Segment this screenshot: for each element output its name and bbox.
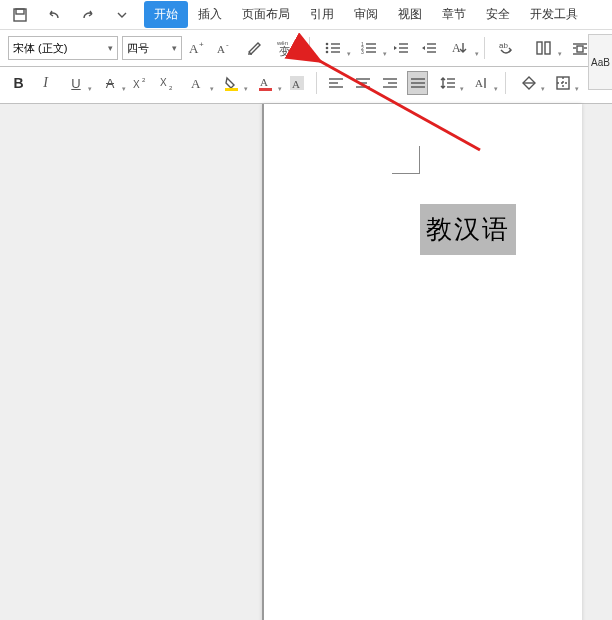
superscript-button[interactable]: X2 bbox=[130, 71, 151, 95]
menu-bar: 开始 插入 页面布局 引用 审阅 视图 章节 安全 开发工具 bbox=[0, 0, 612, 30]
borders-button[interactable]: ▾ bbox=[549, 71, 577, 95]
font-name-combo[interactable]: 宋体 (正文) ▾ bbox=[8, 36, 118, 60]
svg-point-12 bbox=[326, 51, 329, 54]
line-spacing-button[interactable]: ▾ bbox=[434, 71, 462, 95]
find-replace-button[interactable]: ab bbox=[492, 36, 524, 60]
shading-button[interactable]: ▾ bbox=[515, 71, 543, 95]
svg-rect-40 bbox=[225, 88, 238, 91]
page-area: 教汉语 bbox=[262, 104, 612, 620]
svg-point-10 bbox=[326, 47, 329, 50]
document-workspace: 教汉语 bbox=[0, 104, 612, 620]
font-size-combo[interactable]: 四号 ▾ bbox=[122, 36, 182, 60]
svg-text:2: 2 bbox=[142, 77, 146, 83]
svg-text:A: A bbox=[292, 78, 300, 90]
bullet-list-button[interactable]: ▾ bbox=[317, 36, 349, 60]
tab-page-layout[interactable]: 页面布局 bbox=[232, 1, 300, 28]
align-right-button[interactable] bbox=[380, 71, 401, 95]
font-name-value: 宋体 (正文) bbox=[13, 41, 67, 56]
svg-rect-1 bbox=[16, 9, 24, 14]
svg-text:3: 3 bbox=[361, 49, 364, 55]
svg-text:X: X bbox=[160, 77, 167, 88]
svg-rect-31 bbox=[577, 46, 583, 52]
svg-text:+: + bbox=[199, 40, 204, 49]
tab-sections[interactable]: 章节 bbox=[432, 1, 476, 28]
chevron-down-icon: ▾ bbox=[300, 50, 304, 58]
numbered-list-button[interactable]: 123 ▾ bbox=[353, 36, 385, 60]
styles-panel[interactable]: AaB bbox=[588, 34, 612, 90]
chevron-down-icon: ▾ bbox=[383, 50, 387, 58]
tab-start[interactable]: 开始 bbox=[144, 1, 188, 28]
svg-text:2: 2 bbox=[169, 85, 173, 91]
svg-text:A: A bbox=[260, 76, 268, 88]
underline-button[interactable]: U▾ bbox=[62, 71, 90, 95]
svg-text:A: A bbox=[475, 77, 483, 89]
bold-button[interactable]: B bbox=[8, 71, 29, 95]
separator bbox=[309, 37, 310, 59]
selected-text[interactable]: 教汉语 bbox=[420, 204, 516, 255]
svg-text:X: X bbox=[133, 79, 140, 90]
tab-developer[interactable]: 开发工具 bbox=[520, 1, 588, 28]
chevron-down-icon: ▾ bbox=[558, 50, 562, 58]
svg-point-8 bbox=[326, 43, 329, 46]
strikethrough-button[interactable]: A▾ bbox=[96, 71, 124, 95]
text-effects-button[interactable]: A▾ bbox=[184, 71, 212, 95]
italic-button[interactable]: I bbox=[35, 71, 56, 95]
ribbon-row-1: 宋体 (正文) ▾ 四号 ▾ A+ A- wěn 变 ▾ ▾ 123 ▾ A ▾ bbox=[0, 30, 612, 67]
increase-indent-button[interactable] bbox=[417, 36, 441, 60]
chevron-down-icon: ▾ bbox=[108, 43, 113, 53]
gutter bbox=[0, 104, 262, 620]
separator bbox=[505, 72, 506, 94]
font-size-value: 四号 bbox=[127, 41, 149, 56]
quick-access-toolbar bbox=[8, 3, 134, 27]
font-color-button[interactable]: A▾ bbox=[252, 71, 280, 95]
distribute-button[interactable]: A▾ bbox=[468, 71, 496, 95]
svg-rect-42 bbox=[259, 88, 272, 91]
highlight-button[interactable]: ▾ bbox=[218, 71, 246, 95]
svg-rect-28 bbox=[537, 42, 542, 54]
align-left-button[interactable] bbox=[326, 71, 347, 95]
subscript-button[interactable]: X2 bbox=[157, 71, 178, 95]
character-shading-button[interactable]: A bbox=[286, 71, 307, 95]
align-center-button[interactable] bbox=[353, 71, 374, 95]
paragraph-end-mark bbox=[392, 146, 420, 174]
undo-icon[interactable] bbox=[42, 3, 66, 27]
svg-text:A: A bbox=[189, 41, 199, 56]
tab-security[interactable]: 安全 bbox=[476, 1, 520, 28]
decrease-indent-button[interactable] bbox=[389, 36, 413, 60]
document-page[interactable]: 教汉语 bbox=[262, 104, 582, 620]
chevron-down-icon: ▾ bbox=[347, 50, 351, 58]
ribbon-row-2: B I U▾ A▾ X2 X2 A▾ ▾ A▾ A ▾ A▾ ▾ ▾ ¶ bbox=[0, 67, 612, 104]
tab-insert[interactable]: 插入 bbox=[188, 1, 232, 28]
columns-button[interactable]: ▾ bbox=[528, 36, 560, 60]
tab-review[interactable]: 审阅 bbox=[344, 1, 388, 28]
separator bbox=[316, 72, 317, 94]
tab-references[interactable]: 引用 bbox=[300, 1, 344, 28]
svg-text:-: - bbox=[226, 40, 229, 49]
svg-rect-29 bbox=[545, 42, 550, 54]
redo-icon[interactable] bbox=[76, 3, 100, 27]
qat-dropdown-icon[interactable] bbox=[110, 3, 134, 27]
svg-text:A: A bbox=[217, 43, 225, 55]
separator bbox=[484, 37, 485, 59]
grow-font-button[interactable]: A+ bbox=[186, 36, 210, 60]
text-direction-button[interactable]: A ▾ bbox=[445, 36, 477, 60]
phonetic-guide-button[interactable]: wěn 变 ▾ bbox=[270, 36, 302, 60]
svg-text:A: A bbox=[452, 41, 461, 55]
svg-text:A: A bbox=[191, 76, 201, 91]
save-icon[interactable] bbox=[8, 3, 32, 27]
shrink-font-button[interactable]: A- bbox=[214, 36, 238, 60]
ribbon-tabs: 开始 插入 页面布局 引用 审阅 视图 章节 安全 开发工具 bbox=[144, 1, 588, 28]
clear-formatting-button[interactable] bbox=[242, 36, 266, 60]
style-preview-label: AaB bbox=[591, 57, 610, 68]
svg-text:变: 变 bbox=[279, 45, 290, 57]
tab-view[interactable]: 视图 bbox=[388, 1, 432, 28]
svg-text:ab: ab bbox=[499, 41, 508, 50]
chevron-down-icon: ▾ bbox=[172, 43, 177, 53]
align-justify-button[interactable] bbox=[407, 71, 428, 95]
chevron-down-icon: ▾ bbox=[475, 50, 479, 58]
